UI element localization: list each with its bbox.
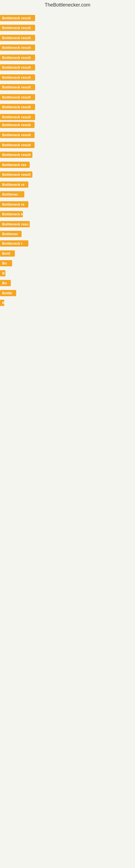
bottleneck-item[interactable]: Bottleneck result xyxy=(0,94,35,101)
bottleneck-item[interactable]: Bottleneck result xyxy=(0,44,35,52)
bottleneck-item[interactable]: Bottleneck result xyxy=(0,132,35,139)
bottleneck-badge[interactable]: Bottleneck resu xyxy=(0,221,30,227)
bottleneck-item[interactable]: Bottleneck result xyxy=(0,15,35,22)
bottleneck-badge[interactable]: Bottleneck result xyxy=(0,94,35,100)
bottleneck-item[interactable]: Bottleneck k xyxy=(0,211,23,218)
bottleneck-badge[interactable]: Bottleneck result xyxy=(0,132,35,138)
bottleneck-badge[interactable]: Bottl xyxy=(0,250,15,257)
bottleneck-badge[interactable]: Bottleneck k xyxy=(0,211,23,217)
bottleneck-item[interactable]: Bottleneck result xyxy=(0,172,32,179)
bottleneck-badge[interactable]: Bottleneck result xyxy=(0,55,35,61)
bottleneck-list: Bottleneck resultBottleneck resultBottle… xyxy=(0,9,135,866)
bottleneck-item[interactable]: Bottleneck re xyxy=(0,182,28,189)
bottleneck-badge[interactable]: Bottleneck result xyxy=(0,35,35,41)
bottleneck-badge[interactable]: Bottleneck re xyxy=(0,182,28,188)
site-title: TheBottlenecker.com xyxy=(0,0,135,9)
bottleneck-item[interactable]: Bottleneck result xyxy=(0,114,35,121)
bottleneck-item[interactable]: Bo xyxy=(0,280,11,287)
bottleneck-badge[interactable]: Bottleneck result xyxy=(0,152,32,158)
bottleneck-badge[interactable]: Bo xyxy=(0,280,11,286)
bottleneck-badge[interactable]: Bottleneck result xyxy=(0,25,35,31)
bottleneck-item[interactable]: Bottleneck result xyxy=(0,84,35,91)
bottleneck-item[interactable]: Bottleneck re xyxy=(0,201,28,209)
bottleneck-badge[interactable]: Bottleneck result xyxy=(0,104,35,110)
bottleneck-badge[interactable]: Bottleneck result xyxy=(0,122,35,128)
bottleneck-item[interactable]: Bottleneck result xyxy=(0,25,35,32)
bottleneck-badge[interactable]: Bottle xyxy=(0,290,16,296)
bottleneck-badge[interactable]: Bottleneck result xyxy=(0,142,35,148)
bottleneck-item[interactable]: Bo xyxy=(0,260,12,268)
bottleneck-badge[interactable]: Bottleneck result xyxy=(0,44,35,51)
bottleneck-badge[interactable]: Bottleneck result xyxy=(0,114,35,120)
bottleneck-item[interactable]: Bottleneck result xyxy=(0,55,35,62)
bottleneck-badge[interactable]: B xyxy=(0,270,5,276)
bottleneck-item[interactable]: Bottlenec xyxy=(0,191,24,198)
bottleneck-badge[interactable]: Bottleneck result xyxy=(0,172,32,178)
bottleneck-item[interactable]: Bottleneck result xyxy=(0,35,35,42)
bottleneck-item[interactable]: Bottleneck res xyxy=(0,162,30,169)
bottleneck-item[interactable]: Bottl xyxy=(0,250,15,258)
bottleneck-badge[interactable]: Bottlenec xyxy=(0,231,21,237)
bottleneck-item[interactable]: Bottlenec xyxy=(0,231,21,238)
bottleneck-item[interactable]: Bottleneck resu xyxy=(0,221,30,228)
bottleneck-item[interactable]: B xyxy=(0,300,4,307)
bottleneck-item[interactable]: Bottleneck result xyxy=(0,64,35,72)
bottleneck-item[interactable]: Bottleneck r xyxy=(0,240,28,248)
bottleneck-item[interactable]: Bottleneck result xyxy=(0,152,32,159)
bottleneck-item[interactable]: Bottleneck result xyxy=(0,104,35,111)
bottleneck-item[interactable]: Bottleneck result xyxy=(0,122,35,129)
bottleneck-badge[interactable]: Bottleneck result xyxy=(0,84,35,90)
bottleneck-item[interactable]: B xyxy=(0,270,5,278)
bottleneck-badge[interactable]: Bottleneck r xyxy=(0,240,28,247)
bottleneck-item[interactable]: Bottleneck result xyxy=(0,142,35,149)
bottleneck-badge[interactable]: Bottleneck result xyxy=(0,74,35,81)
bottleneck-item[interactable]: Bottle xyxy=(0,290,16,297)
bottleneck-badge[interactable]: Bottleneck re xyxy=(0,201,28,208)
bottleneck-badge[interactable]: Bottlenec xyxy=(0,191,24,197)
site-title-text: TheBottlenecker.com xyxy=(45,2,90,8)
bottleneck-badge[interactable]: B xyxy=(0,300,4,306)
bottleneck-item[interactable]: Bottleneck result xyxy=(0,74,35,82)
bottleneck-badge[interactable]: Bottleneck result xyxy=(0,64,35,70)
bottleneck-badge[interactable]: Bottleneck result xyxy=(0,15,35,21)
bottleneck-badge[interactable]: Bottleneck res xyxy=(0,162,30,168)
bottleneck-badge[interactable]: Bo xyxy=(0,260,12,267)
